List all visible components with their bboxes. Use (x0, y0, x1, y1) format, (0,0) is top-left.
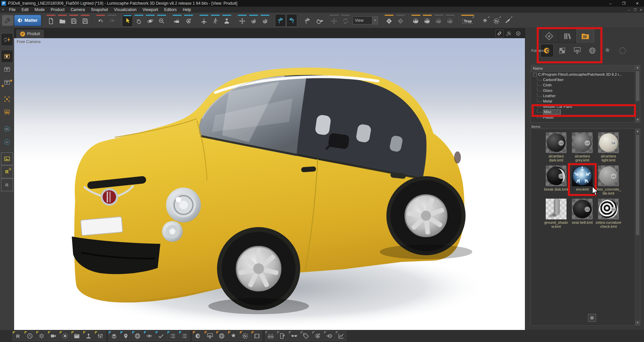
layers-visibility-button[interactable] (144, 331, 155, 341)
save-button[interactable] (68, 14, 79, 27)
camera-orbit-button[interactable] (183, 14, 194, 27)
items-list[interactable]: LS alcantara dark.kmt LS alcantara grey.… (531, 129, 640, 326)
material-item[interactable]: LS break disk.kmt (543, 165, 569, 195)
menu-viewport[interactable]: Viewport (140, 7, 161, 12)
pick-material-button[interactable] (302, 14, 313, 27)
viewport-3d[interactable]: Free Camera (14, 38, 525, 330)
view-dropdown[interactable]: View ▼ (353, 16, 378, 24)
camera-slot-3-button[interactable]: 3 (433, 14, 444, 27)
redo-button[interactable] (107, 14, 117, 27)
render-window-button[interactable] (1, 63, 13, 76)
menu-mode[interactable]: Mode (32, 7, 48, 12)
material-item[interactable]: LS alcantara dark.kmt (543, 132, 569, 162)
add-sensor-button[interactable] (1, 136, 13, 148)
tab-shelf-library[interactable] (558, 29, 576, 43)
fly-mode-button[interactable] (199, 14, 209, 27)
material-item[interactable]: ground_shadow.kmt (543, 199, 569, 228)
tree-scrollbar[interactable]: ▲ ▼ (635, 65, 640, 122)
camera-projection-button[interactable] (172, 14, 182, 27)
snapshot-history-button[interactable] (24, 331, 35, 341)
image-bank-button[interactable] (1, 152, 13, 165)
observer-mode-button[interactable] (221, 14, 232, 27)
tab-folder-library[interactable] (577, 29, 594, 43)
collapse-expander-icon[interactable]: − (533, 73, 537, 76)
pick-visibility-button[interactable] (313, 14, 324, 27)
config-tools-button[interactable] (167, 331, 178, 341)
postprocess-editor-button[interactable] (228, 331, 239, 341)
layers-materials-button[interactable] (108, 331, 119, 341)
orbit-tool-button[interactable] (145, 14, 156, 27)
tree-row-misc-selected[interactable]: Misc (531, 109, 640, 115)
camera-slot-2-button[interactable]: 2 (422, 14, 433, 27)
render-window-products-button[interactable]: ◆ ◆ (1, 76, 13, 89)
apply-material-alt-button[interactable] (286, 14, 297, 27)
film-editor-button[interactable] (251, 331, 262, 341)
label-tag-button[interactable] (300, 331, 311, 341)
save-as-button[interactable] (80, 14, 91, 27)
folders-tree[interactable]: Name − C:/Program Files/Lumiscaphe/Patch… (531, 65, 640, 123)
render-placeholder-button[interactable]: R (1, 179, 13, 191)
tab-products-library[interactable] (540, 29, 558, 43)
material-item[interactable]: LS floor_concrete_tile.kmt (595, 165, 622, 195)
menu-help[interactable]: Help (180, 7, 194, 12)
matter-mode-button[interactable]: Matter (14, 15, 41, 26)
select-tool-button[interactable] (122, 14, 133, 27)
turntable-button[interactable] (312, 331, 323, 341)
layers-environment-button[interactable] (132, 331, 143, 341)
tuning-sliders-button[interactable] (95, 331, 106, 341)
paint-overlay-button[interactable]: ✓ (502, 14, 513, 27)
environment-editor-button[interactable] (216, 331, 227, 341)
scroll-down-icon[interactable]: ▼ (635, 321, 640, 325)
target-tool-button[interactable] (324, 331, 335, 341)
open-file-button[interactable] (57, 14, 68, 27)
tree-row-plastic[interactable]: Plastic (531, 115, 640, 120)
stereo-view-button[interactable] (288, 331, 300, 341)
scroll-up-icon[interactable]: ▲ (635, 65, 640, 70)
tree-row-cloth[interactable]: Cloth (531, 82, 640, 88)
config-list-button[interactable] (179, 331, 190, 341)
material-item[interactable]: LS alcantara grey.kmt (569, 132, 595, 162)
translate-manipulator-button[interactable] (237, 14, 248, 27)
close-view-button[interactable] (514, 30, 522, 37)
camera-slot-4-button[interactable]: 4 (445, 14, 455, 27)
move-view-button[interactable] (329, 14, 339, 27)
material-item[interactable]: LS zebra curvature check.kmt (595, 199, 622, 228)
menu-visualization[interactable]: Visualization (111, 7, 140, 12)
mdi-close-button[interactable]: ✕ (638, 8, 644, 12)
tree-row-metallic-car-paint[interactable]: Metallic Car Paint (531, 104, 640, 109)
camera-slot-1-button[interactable]: 1 (411, 14, 421, 27)
restore-button[interactable]: ❐ (617, 0, 631, 7)
rotate-manipulator-button[interactable] (248, 14, 259, 27)
undo-button[interactable] (95, 14, 106, 27)
scroll-up-icon[interactable]: ▲ (635, 129, 640, 134)
walk-mode-button[interactable] (210, 14, 221, 27)
tree-row-metal[interactable]: Metal (531, 98, 640, 104)
statistics-button[interactable] (335, 331, 346, 341)
animation-button[interactable] (71, 331, 82, 341)
measure-tool-button[interactable] (265, 331, 276, 341)
video-capture-button[interactable] (48, 331, 59, 341)
scroll-down-icon[interactable]: ▼ (635, 118, 640, 122)
viewport-tools-button[interactable] (505, 30, 513, 37)
filter-tab-images[interactable] (571, 44, 584, 57)
refresh-view-button[interactable] (340, 14, 351, 27)
tree-row-glass[interactable]: Glass (531, 88, 640, 93)
tree-root-row[interactable]: − C:/Program Files/Lumiscaphe/Patchwork … (531, 72, 640, 77)
filter-tab-postprocess[interactable] (601, 44, 614, 57)
material-item[interactable]: LS alcantara light.kmt (595, 132, 622, 162)
mdi-restore-button[interactable]: ❐ (632, 8, 638, 12)
menu-product[interactable]: Product (48, 7, 67, 12)
portal-editor-button[interactable] (277, 331, 288, 341)
scrollbar-thumb[interactable] (636, 135, 639, 235)
presentation-button[interactable] (1, 106, 13, 119)
items-scrollbar[interactable]: ▲ ▼ (635, 129, 640, 325)
effects-fx-button[interactable]: fx (239, 331, 251, 341)
realtime-render-button[interactable] (1, 33, 13, 46)
product-frame-button[interactable] (1, 93, 13, 106)
render-window-off-button[interactable]: ✕ (1, 50, 13, 63)
scrollbar-thumb[interactable] (636, 71, 639, 101)
tree-row-leather[interactable]: Leather (531, 93, 640, 98)
transparency-button[interactable]: Trsp ✓ (460, 14, 475, 27)
previous-view-button[interactable] (384, 14, 394, 27)
joystick-control-button[interactable] (83, 331, 94, 341)
